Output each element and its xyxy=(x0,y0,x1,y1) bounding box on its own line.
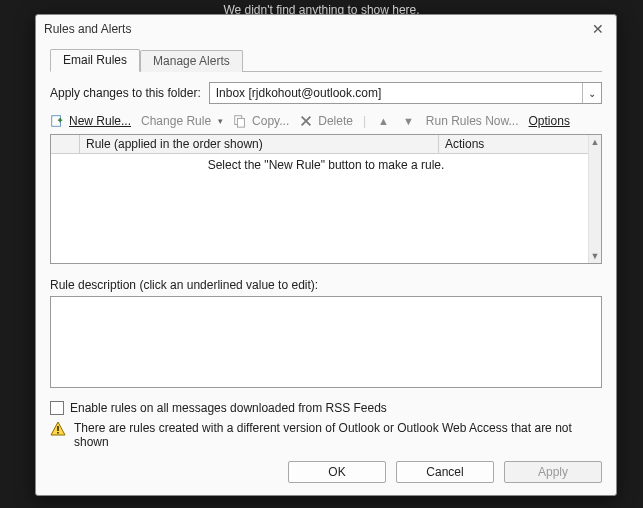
delete-icon xyxy=(299,114,313,128)
col-rule[interactable]: Rule (applied in the order shown) xyxy=(80,135,439,153)
ok-button[interactable]: OK xyxy=(288,461,386,483)
rules-table-scrollbar[interactable]: ▲ ▼ xyxy=(588,135,601,263)
folder-label: Apply changes to this folder: xyxy=(50,86,201,100)
scroll-down-icon: ▼ xyxy=(589,249,601,263)
copy-button: Copy... xyxy=(233,114,289,128)
tab-label: Manage Alerts xyxy=(153,54,230,68)
copy-label: Copy... xyxy=(252,114,289,128)
rules-and-alerts-dialog: Rules and Alerts ✕ Email Rules Manage Al… xyxy=(35,14,617,496)
delete-label: Delete xyxy=(318,114,353,128)
rss-rules-checkbox-label: Enable rules on all messages downloaded … xyxy=(70,401,387,415)
close-button[interactable]: ✕ xyxy=(588,19,608,39)
titlebar: Rules and Alerts ✕ xyxy=(36,15,616,43)
arrow-up-icon: ▲ xyxy=(378,115,389,127)
move-down-button: ▼ xyxy=(401,115,416,127)
tab-manage-alerts[interactable]: Manage Alerts xyxy=(140,50,243,72)
svg-rect-3 xyxy=(57,426,59,431)
rules-empty-message: Select the "New Rule" button to make a r… xyxy=(208,158,445,263)
email-rules-panel: Apply changes to this folder: Inbox [rjd… xyxy=(50,82,602,388)
run-rules-now-button: Run Rules Now... xyxy=(426,114,519,128)
tab-strip: Email Rules Manage Alerts xyxy=(50,47,602,72)
tab-email-rules[interactable]: Email Rules xyxy=(50,49,140,72)
chevron-down-icon: ⌄ xyxy=(588,88,596,99)
rules-table-header: Rule (applied in the order shown) Action… xyxy=(51,135,601,154)
new-rule-icon xyxy=(50,114,64,128)
rss-rules-checkbox[interactable] xyxy=(50,401,64,415)
cancel-button[interactable]: Cancel xyxy=(396,461,494,483)
run-rules-now-label: Run Rules Now... xyxy=(426,114,519,128)
arrow-down-icon: ▼ xyxy=(403,115,414,127)
options-label: Options xyxy=(529,114,570,128)
svg-rect-2 xyxy=(237,118,244,127)
change-rule-label: Change Rule xyxy=(141,114,211,128)
change-rule-button: Change Rule ▾ xyxy=(141,114,223,128)
chevron-down-icon: ▾ xyxy=(218,116,223,126)
close-icon: ✕ xyxy=(592,21,604,37)
folder-select-value: Inbox [rjdkohout@outlook.com] xyxy=(210,86,582,100)
copy-icon xyxy=(233,114,247,128)
rule-description-label: Rule description (click an underlined va… xyxy=(50,278,602,292)
options-button[interactable]: Options xyxy=(529,114,570,128)
new-rule-button[interactable]: New Rule... xyxy=(50,114,131,128)
col-actions[interactable]: Actions xyxy=(439,135,601,153)
folder-select-dropdown-button[interactable]: ⌄ xyxy=(582,83,601,103)
dialog-footer: Enable rules on all messages downloaded … xyxy=(50,395,602,483)
move-up-button: ▲ xyxy=(376,115,391,127)
svg-rect-0 xyxy=(52,116,61,127)
warning-icon xyxy=(50,421,66,440)
tab-label: Email Rules xyxy=(63,53,127,67)
new-rule-label: New Rule... xyxy=(69,114,131,128)
folder-select[interactable]: Inbox [rjdkohout@outlook.com] ⌄ xyxy=(209,82,602,104)
delete-button: Delete xyxy=(299,114,353,128)
apply-button: Apply xyxy=(504,461,602,483)
warning-text: There are rules created with a different… xyxy=(74,421,594,449)
rule-description-box[interactable] xyxy=(50,296,602,388)
rules-table-body: Select the "New Rule" button to make a r… xyxy=(51,154,601,263)
svg-rect-4 xyxy=(57,432,59,434)
dialog-title: Rules and Alerts xyxy=(44,22,588,36)
rules-table: Rule (applied in the order shown) Action… xyxy=(50,134,602,264)
scroll-up-icon: ▲ xyxy=(589,135,601,149)
rules-toolbar: New Rule... Change Rule ▾ Copy... Delete… xyxy=(50,114,602,128)
col-checkbox[interactable] xyxy=(51,135,80,153)
